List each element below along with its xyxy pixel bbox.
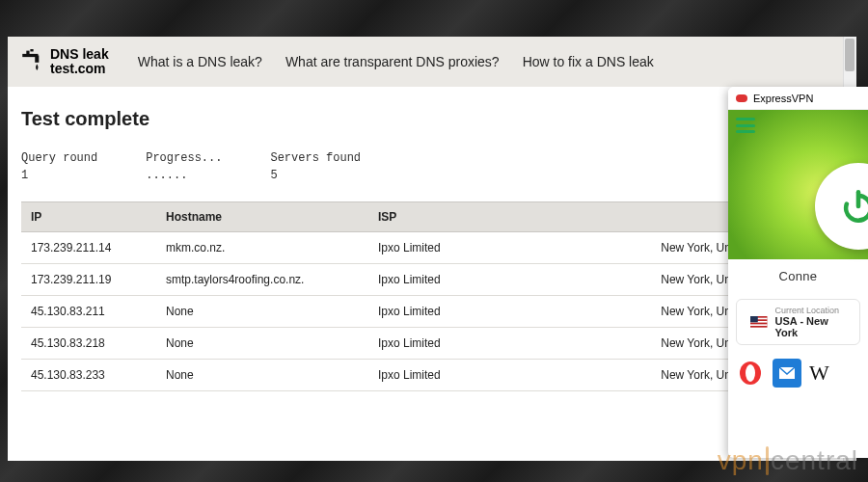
- site-header: DNS leak test.com What is a DNS leak? Wh…: [8, 37, 856, 87]
- logo-text-line1: DNS leak: [50, 46, 109, 62]
- vpn-app-window: ExpressVPN Conne Current Location USA - …: [728, 87, 868, 458]
- svg-rect-2: [30, 49, 33, 51]
- progress-value: ......: [146, 167, 222, 184]
- cell-hostname: None: [156, 328, 368, 360]
- logo-text-line2: test.com: [50, 62, 109, 76]
- svg-rect-1: [26, 51, 29, 55]
- svg-point-29: [841, 191, 868, 226]
- vpn-status-text: Conne: [728, 259, 868, 295]
- table-row: 45.130.83.211NoneIpxo LimitedNew York, U…: [21, 296, 843, 328]
- svg-rect-35: [750, 316, 758, 322]
- query-round-value: 1: [21, 167, 97, 184]
- table-row: 45.130.83.218NoneIpxo LimitedNew York, U…: [21, 328, 843, 360]
- taskbar-icons: W: [728, 349, 868, 397]
- cell-isp: Ipxo Limited: [368, 296, 590, 328]
- servers-found-label: Servers found: [270, 149, 361, 167]
- table-row: 173.239.211.19smtp.taylors4roofing.co.nz…: [21, 264, 843, 296]
- hamburger-icon[interactable]: [736, 118, 755, 133]
- col-hostname: Hostname: [156, 202, 368, 232]
- cell-isp: Ipxo Limited: [368, 328, 590, 360]
- status-row: Query round 1 Progress... ...... Servers…: [21, 149, 843, 184]
- svg-point-37: [746, 364, 755, 382]
- query-round-label: Query round: [21, 149, 97, 167]
- faucet-icon: [19, 49, 44, 74]
- vpn-connect-button[interactable]: [815, 163, 868, 250]
- vpn-location-card[interactable]: Current Location USA - New York: [736, 299, 860, 345]
- col-ip: IP: [21, 202, 156, 232]
- power-icon: [837, 185, 868, 228]
- mail-icon[interactable]: [773, 359, 801, 388]
- nav-how-to-fix[interactable]: How to fix a DNS leak: [523, 54, 654, 69]
- nav-what-is-dns-leak[interactable]: What is a DNS leak?: [138, 54, 262, 69]
- vpn-titlebar[interactable]: ExpressVPN: [728, 87, 868, 110]
- scrollbar-thumb[interactable]: [845, 39, 854, 71]
- nav-transparent-proxies[interactable]: What are transparent DNS proxies?: [285, 54, 500, 69]
- cell-ip: 173.239.211.19: [21, 264, 156, 296]
- cell-ip: 45.130.83.218: [21, 328, 156, 360]
- table-row: 45.130.83.233NoneIpxo LimitedNew York, U…: [21, 360, 843, 391]
- expressvpn-logo-icon: [736, 94, 747, 102]
- cell-ip: 45.130.83.211: [21, 296, 156, 328]
- svg-rect-3: [35, 56, 39, 63]
- cell-ip: 45.130.83.233: [21, 360, 156, 391]
- servers-found-value: 5: [270, 167, 361, 184]
- wikipedia-icon[interactable]: W: [809, 361, 829, 386]
- cell-hostname: mkm.co.nz.: [156, 232, 368, 264]
- results-table: IP Hostname ISP Country 173.239.211.14mk…: [21, 201, 843, 391]
- table-row: 173.239.211.14mkm.co.nz.Ipxo LimitedNew …: [21, 232, 843, 264]
- vpn-location-label: Current Location: [775, 306, 852, 315]
- vpn-location-value: USA - New York: [775, 315, 852, 338]
- cell-hostname: None: [156, 360, 368, 391]
- cell-isp: Ipxo Limited: [368, 360, 590, 391]
- vpn-main-area: [728, 110, 868, 259]
- page-title: Test complete: [21, 108, 843, 130]
- cell-hostname: None: [156, 296, 368, 328]
- col-isp: ISP: [368, 202, 590, 232]
- cell-isp: Ipxo Limited: [368, 264, 590, 296]
- svg-rect-34: [750, 324, 768, 326]
- cell-isp: Ipxo Limited: [368, 232, 590, 264]
- cell-hostname: smtp.taylors4roofing.co.nz.: [156, 264, 368, 296]
- progress-label: Progress...: [146, 149, 222, 167]
- opera-icon[interactable]: [736, 359, 765, 388]
- vpn-title-text: ExpressVPN: [753, 93, 813, 104]
- us-flag-icon: [750, 316, 768, 328]
- site-logo[interactable]: DNS leak test.com: [19, 47, 109, 75]
- cell-ip: 173.239.211.14: [21, 232, 156, 264]
